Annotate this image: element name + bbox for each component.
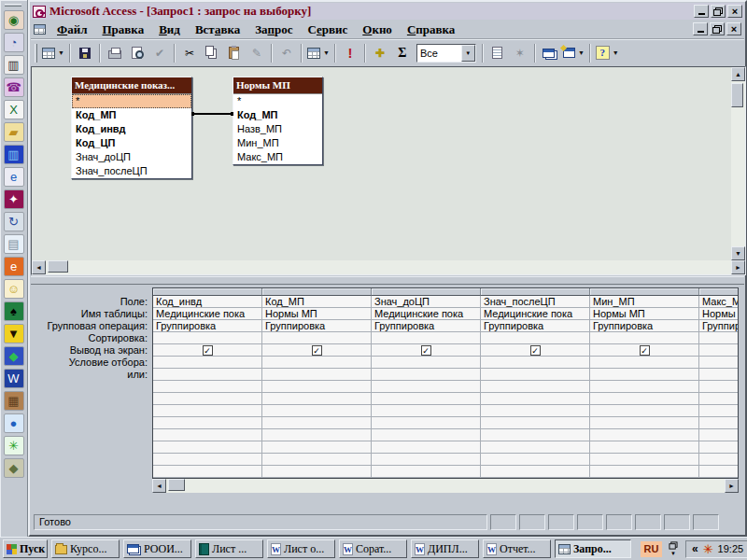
qbe-cell-empty-col3[interactable] bbox=[481, 381, 590, 393]
qbe-grid[interactable]: Код_инвдКод_МПЗнач_доЦПЗнач_послеЦПМин_М… bbox=[152, 287, 739, 479]
arrange-windows-button[interactable]: ▼ bbox=[666, 539, 681, 558]
build-button[interactable]: ✶ bbox=[509, 42, 531, 63]
show-checkbox[interactable]: ✓ bbox=[530, 345, 541, 356]
qbe-cell-empty-col1[interactable] bbox=[262, 405, 372, 417]
scroll-left-icon[interactable]: ◄ bbox=[152, 479, 166, 493]
qbe-cell-empty-col3[interactable] bbox=[481, 393, 590, 405]
qbe-cell-empty-col1[interactable] bbox=[262, 454, 372, 466]
view-button[interactable]: ▼ bbox=[40, 42, 66, 63]
scroll-right-icon[interactable]: ► bbox=[731, 260, 745, 274]
qbe-cell-field-col4[interactable]: Мин_МП bbox=[590, 296, 699, 308]
qbe-cell-table-col2[interactable]: Медицинские пока bbox=[372, 308, 481, 320]
tray-collapse-button[interactable]: « bbox=[692, 543, 698, 554]
qbe-horizontal-scrollbar[interactable]: ◄ ► bbox=[152, 479, 739, 493]
start-button[interactable]: Пуск bbox=[3, 539, 48, 558]
save-button[interactable] bbox=[74, 42, 96, 63]
qbe-cell-field-col2[interactable]: Знач_доЦП bbox=[372, 296, 481, 308]
qbe-cell-table-col3[interactable]: Медицинские пока bbox=[481, 308, 590, 320]
qbe-cell-empty-col3[interactable] bbox=[481, 454, 590, 466]
phone-icon[interactable]: ☎ bbox=[4, 77, 24, 97]
qbe-cell-head-col3[interactable] bbox=[481, 288, 590, 296]
qbe-cell-head-col2[interactable] bbox=[372, 288, 481, 296]
close-button[interactable]: × bbox=[727, 5, 742, 18]
scroll-left-icon[interactable]: ◄ bbox=[32, 260, 46, 274]
qbe-cell-empty-col5[interactable] bbox=[699, 417, 739, 429]
qbe-cell-show-col2[interactable]: ✓ bbox=[372, 344, 481, 357]
dropdown-arrow-icon[interactable]: ▼ bbox=[613, 49, 619, 56]
sync-computer-icon[interactable]: ↻ bbox=[4, 212, 24, 231]
menu-item-6[interactable]: Окно bbox=[355, 22, 400, 36]
qbe-cell-sort-col5[interactable] bbox=[699, 332, 739, 344]
qbe-cell-show-col4[interactable]: ✓ bbox=[590, 344, 699, 357]
design-vertical-scrollbar[interactable]: ▲ ▼ bbox=[731, 67, 745, 260]
qbe-cell-empty-col4[interactable] bbox=[590, 454, 699, 466]
table-card-normy[interactable]: Нормы МП *Код_МПНазв_МПМин_МПМакс_МП bbox=[233, 77, 323, 165]
child-minimize-button[interactable] bbox=[693, 22, 708, 35]
qbe-cell-empty-col5[interactable] bbox=[699, 466, 739, 478]
table-field[interactable]: Мин_МП bbox=[233, 136, 322, 150]
show-checkbox[interactable]: ✓ bbox=[312, 345, 322, 356]
qbe-cell-criteria-col4[interactable] bbox=[590, 357, 699, 369]
table-card-title[interactable]: Медицинские показ... bbox=[72, 77, 191, 93]
qbe-cell-empty-col5[interactable] bbox=[699, 429, 739, 441]
qbe-cell-field-col0[interactable]: Код_инвд bbox=[153, 296, 262, 308]
taskbar-task-7[interactable]: Запро... bbox=[555, 539, 631, 558]
qbe-cell-empty-col3[interactable] bbox=[481, 441, 590, 454]
table-field[interactable]: Макс_МП bbox=[233, 150, 322, 164]
qbe-cell-operation-col5[interactable]: Группировка bbox=[699, 320, 739, 332]
qbe-cell-empty-col4[interactable] bbox=[590, 393, 699, 405]
qbe-cell-empty-col3[interactable] bbox=[481, 405, 590, 417]
qbe-cell-operation-col1[interactable]: Группировка bbox=[262, 320, 372, 332]
eye-icon[interactable]: ◉ bbox=[4, 10, 24, 30]
qbe-cell-field-col1[interactable]: Код_МП bbox=[262, 296, 372, 308]
qbe-cell-show-col0[interactable]: ✓ bbox=[153, 344, 262, 357]
qbe-cell-empty-col3[interactable] bbox=[481, 466, 590, 478]
paste-button[interactable] bbox=[223, 42, 246, 63]
table-field[interactable]: Код_ЦП bbox=[72, 136, 191, 150]
shapes-icon[interactable]: ◆ bbox=[4, 346, 24, 366]
menu-item-2[interactable]: Вид bbox=[151, 22, 188, 36]
dropdown-arrow-icon[interactable]: ▼ bbox=[578, 49, 585, 56]
menu-item-0[interactable]: Файл bbox=[49, 22, 94, 36]
qbe-cell-or-col4[interactable] bbox=[590, 369, 699, 381]
globe-mouse-icon[interactable]: ● bbox=[4, 413, 24, 433]
qbe-cell-empty-col2[interactable] bbox=[372, 454, 481, 466]
run-button[interactable]: ! bbox=[339, 42, 361, 63]
taskbar-task-4[interactable]: WСорат... bbox=[339, 539, 407, 558]
menu-item-7[interactable]: Справка bbox=[400, 22, 462, 36]
internet-explorer-icon[interactable]: e bbox=[4, 167, 24, 187]
restore-button[interactable] bbox=[711, 5, 726, 18]
qbe-cell-table-col1[interactable]: Нормы МП bbox=[262, 308, 372, 320]
qbe-cell-empty-col0[interactable] bbox=[153, 466, 262, 478]
menu-item-4[interactable]: Запрос bbox=[247, 22, 300, 36]
print-button[interactable] bbox=[104, 42, 126, 63]
qbe-cell-table-col0[interactable]: Медицинские пока bbox=[153, 308, 262, 320]
qbe-cell-empty-col2[interactable] bbox=[372, 393, 481, 405]
qbe-cell-empty-col5[interactable] bbox=[699, 405, 739, 417]
taskbar-task-0[interactable]: Курсо... bbox=[51, 539, 120, 558]
medal-icon[interactable]: ◆ bbox=[4, 458, 24, 478]
menu-item-3[interactable]: Вставка bbox=[188, 22, 247, 36]
qbe-cell-criteria-col3[interactable] bbox=[481, 357, 590, 369]
qbe-cell-empty-col0[interactable] bbox=[153, 441, 262, 454]
chart-icon[interactable]: ▥ bbox=[4, 55, 24, 75]
pane-splitter[interactable] bbox=[31, 276, 744, 285]
combo-dropdown-button[interactable]: ▾ bbox=[461, 45, 475, 62]
qbe-cell-empty-col4[interactable] bbox=[590, 429, 699, 441]
qbe-cell-empty-col4[interactable] bbox=[590, 466, 699, 478]
table-field[interactable]: Код_МП bbox=[233, 108, 322, 122]
qbe-cell-head-col5[interactable] bbox=[699, 288, 739, 296]
qbe-cell-empty-col2[interactable] bbox=[372, 417, 481, 429]
show-checkbox[interactable]: ✓ bbox=[640, 345, 650, 356]
spade-card-icon[interactable]: ♠ bbox=[4, 301, 24, 321]
qbe-cell-criteria-col0[interactable] bbox=[153, 357, 262, 369]
qbe-cell-sort-col0[interactable] bbox=[153, 332, 262, 344]
qbe-cell-empty-col1[interactable] bbox=[262, 441, 372, 454]
taskbar-task-2[interactable]: Лист ... bbox=[195, 539, 263, 558]
taskbar-task-1[interactable]: РООИ... bbox=[123, 539, 191, 558]
qbe-cell-or-col5[interactable] bbox=[699, 369, 739, 381]
child-restore-button[interactable] bbox=[710, 22, 725, 35]
qbe-cell-or-col1[interactable] bbox=[262, 369, 372, 381]
qbe-cell-head-col0[interactable] bbox=[153, 288, 262, 296]
scroll-up-icon[interactable]: ▲ bbox=[731, 67, 745, 81]
